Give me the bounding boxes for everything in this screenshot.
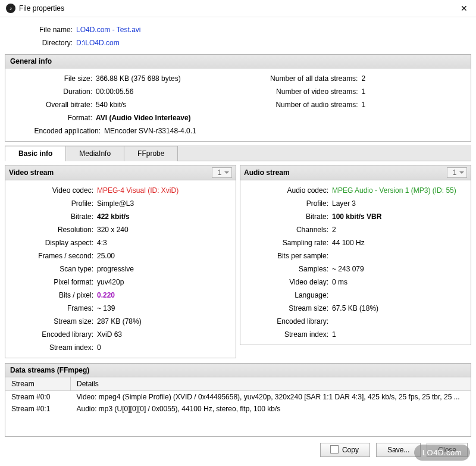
video-streamsize-label: Stream size: bbox=[8, 316, 97, 327]
format-label: Format: bbox=[8, 112, 96, 123]
data-streams-table: Stream Details Stream #0:0 Video: mpeg4 … bbox=[5, 377, 471, 437]
audio-bitrate-value: 100 kbit/s VBR bbox=[332, 211, 381, 222]
general-info-head: General info bbox=[5, 54, 471, 68]
video-fps-label: Frames / second: bbox=[8, 251, 97, 261]
filesize-value: 366.88 KB (375 688 bytes) bbox=[96, 73, 181, 84]
filesize-label: File size: bbox=[8, 73, 96, 84]
video-bitrate-label: Bitrate: bbox=[8, 211, 97, 222]
audio-bitrate-label: Bitrate: bbox=[243, 211, 332, 222]
audio-codec-label: Audio codec: bbox=[243, 185, 332, 196]
data-streams-head: Data streams (FFmpeg) bbox=[5, 363, 471, 377]
audio-stream-panel: Audio stream 1 Audio codec:MPEG Audio - … bbox=[240, 165, 471, 358]
video-enclib-label: Encoded library: bbox=[8, 329, 97, 340]
directory-label: Directory: bbox=[5, 37, 76, 48]
video-aspect-value: 4:3 bbox=[97, 237, 107, 248]
video-fps-value: 25.00 bbox=[97, 251, 115, 261]
audio-delay-label: Video delay: bbox=[243, 277, 332, 287]
video-stream-selector[interactable]: 1 bbox=[212, 167, 232, 178]
audio-streamsize-label: Stream size: bbox=[243, 303, 332, 314]
stream-id: Stream #0:0 bbox=[5, 391, 71, 404]
format-value: AVI (Audio Video Interleave) bbox=[96, 112, 191, 123]
audio-index-value: 1 bbox=[332, 329, 336, 340]
audio-channels-value: 2 bbox=[332, 224, 336, 235]
audio-channels-label: Channels: bbox=[243, 224, 332, 235]
table-row[interactable]: Stream #0:0 Video: mpeg4 (Simple Profile… bbox=[5, 391, 471, 404]
audio-bps-label: Bits per sample: bbox=[243, 251, 332, 261]
tab-basic-info[interactable]: Basic info bbox=[5, 146, 66, 161]
file-info: File name: LO4D.com - Test.avi Directory… bbox=[5, 21, 471, 54]
video-bitrate-value: 422 kbit/s bbox=[97, 211, 130, 222]
directory-link[interactable]: D:\LO4D.com bbox=[76, 37, 120, 48]
audio-samples-value: ~ 243 079 bbox=[332, 264, 364, 274]
audio-samplingrate-label: Sampling rate: bbox=[243, 237, 332, 248]
file-name-label: File name: bbox=[5, 24, 76, 35]
save-button-label: Save... bbox=[387, 446, 409, 454]
video-bpp-value: 0.220 bbox=[97, 290, 115, 301]
table-row bbox=[5, 426, 471, 436]
stream-details: Audio: mp3 (U[0][0][0] / 0x0055), 44100 … bbox=[71, 403, 471, 415]
video-codec-label: Video codec: bbox=[8, 185, 97, 196]
audio-codec-value: MPEG Audio - Version 1 (MP3) (ID: 55) bbox=[332, 185, 456, 196]
overall-bitrate-value: 540 kbit/s bbox=[96, 99, 126, 110]
num-audio-streams-label: Number of audio streams: bbox=[247, 99, 361, 110]
video-frames-value: ~ 139 bbox=[97, 303, 115, 314]
tab-ffprobe[interactable]: FFprobe bbox=[124, 146, 178, 161]
video-stream-head: Video stream bbox=[9, 168, 54, 177]
audio-stream-head: Audio stream bbox=[244, 168, 290, 177]
num-data-streams-value: 2 bbox=[361, 73, 365, 84]
audio-enclib-label: Encoded library: bbox=[243, 316, 332, 327]
audio-streamsize-value: 67.5 KB (18%) bbox=[332, 303, 378, 314]
watermark: LO4D.com bbox=[414, 445, 470, 461]
col-stream[interactable]: Stream bbox=[5, 377, 71, 391]
video-codec-value: MPEG-4 Visual (ID: XviD) bbox=[97, 185, 178, 196]
button-bar: Copy Save... Close LO4D.com bbox=[5, 437, 471, 461]
close-icon[interactable]: ✕ bbox=[458, 4, 470, 13]
video-enclib-value: XviD 63 bbox=[97, 329, 122, 340]
copy-button[interactable]: Copy bbox=[320, 443, 370, 457]
audio-samples-label: Samples: bbox=[243, 264, 332, 274]
overall-bitrate-label: Overall bitrate: bbox=[8, 99, 96, 110]
audio-index-label: Stream index: bbox=[243, 329, 332, 340]
col-details[interactable]: Details bbox=[71, 377, 471, 391]
audio-stream-selector[interactable]: 1 bbox=[447, 167, 467, 178]
duration-value: 00:00:05.56 bbox=[96, 86, 133, 97]
audio-language-label: Language: bbox=[243, 290, 332, 301]
video-resolution-value: 320 x 240 bbox=[97, 224, 129, 235]
video-scan-label: Scan type: bbox=[8, 264, 97, 274]
table-row[interactable]: Stream #0:1 Audio: mp3 (U[0][0][0] / 0x0… bbox=[5, 403, 471, 415]
num-video-streams-label: Number of video streams: bbox=[247, 86, 361, 97]
video-bpp-label: Bits / pixel: bbox=[8, 290, 97, 301]
stream-id: Stream #0:1 bbox=[5, 403, 71, 415]
num-data-streams-label: Number of all data streams: bbox=[247, 73, 361, 84]
encoded-app-label: Encoded application: bbox=[8, 126, 104, 136]
video-resolution-label: Resolution: bbox=[8, 224, 97, 235]
video-profile-value: Simple@L3 bbox=[97, 198, 134, 209]
video-frames-label: Frames: bbox=[8, 303, 97, 314]
num-audio-streams-value: 1 bbox=[361, 99, 365, 110]
audio-delay-value: 0 ms bbox=[332, 277, 347, 287]
titlebar: ♪ File properties ✕ bbox=[0, 0, 476, 17]
video-profile-label: Profile: bbox=[8, 198, 97, 209]
tab-mediainfo[interactable]: MediaInfo bbox=[65, 146, 124, 161]
app-icon: ♪ bbox=[6, 4, 15, 13]
file-name-link[interactable]: LO4D.com - Test.avi bbox=[76, 24, 140, 35]
info-tabs: Basic info MediaInfo FFprobe bbox=[5, 145, 471, 161]
table-row bbox=[5, 415, 471, 426]
video-streamsize-value: 287 KB (78%) bbox=[97, 316, 142, 327]
duration-label: Duration: bbox=[8, 86, 96, 97]
stream-details: Video: mpeg4 (Simple Profile) (XVID / 0x… bbox=[71, 391, 471, 404]
audio-profile-label: Profile: bbox=[243, 198, 332, 209]
audio-samplingrate-value: 44 100 Hz bbox=[332, 237, 365, 248]
video-pixelformat-label: Pixel format: bbox=[8, 277, 97, 287]
copy-icon bbox=[331, 446, 339, 454]
num-video-streams-value: 1 bbox=[361, 86, 365, 97]
video-index-value: 0 bbox=[97, 342, 101, 353]
general-info-panel: File size:366.88 KB (375 688 bytes) Dura… bbox=[5, 68, 471, 142]
video-pixelformat-value: yuv420p bbox=[97, 277, 124, 287]
video-scan-value: progressive bbox=[97, 264, 134, 274]
video-aspect-label: Display aspect: bbox=[8, 237, 97, 248]
video-index-label: Stream index: bbox=[8, 342, 97, 353]
video-stream-panel: Video stream 1 Video codec:MPEG-4 Visual… bbox=[5, 165, 236, 358]
copy-button-label: Copy bbox=[342, 446, 359, 454]
audio-profile-value: Layer 3 bbox=[332, 198, 356, 209]
